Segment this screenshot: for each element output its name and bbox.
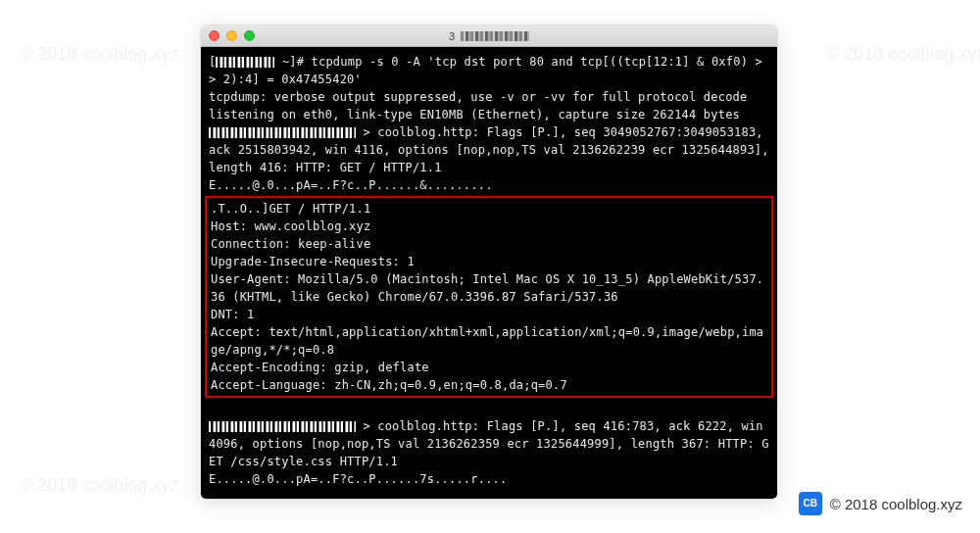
terminal-line: > coolblog.http: Flags [P.], seq 416:783… (209, 417, 769, 470)
watermark: © 2018 coolblog.xyz (20, 475, 178, 496)
http-line: Accept-Encoding: gzip, deflate (211, 359, 767, 376)
terminal-line: tcpdump: verbose output suppressed, use … (209, 88, 769, 106)
titlebar: 3 (201, 25, 777, 47)
terminal-line: [ ~]# tcpdump -s 0 -A 'tcp dst port 80 a… (209, 53, 769, 88)
terminal-line: listening on eth0, link-type EN10MB (Eth… (209, 106, 769, 123)
terminal-window: 3 [ ~]# tcpdump -s 0 -A 'tcp dst port 80… (200, 24, 778, 500)
highlighted-http-request: .T..O..]GET / HTTP/1.1 Host: www.coolblo… (205, 196, 773, 398)
terminal-line: E.....@.0...pA=..F?c..P......&......... (209, 176, 769, 194)
logo-icon: CB (799, 492, 822, 515)
http-line: User-Agent: Mozilla/5.0 (Macintosh; Inte… (211, 270, 767, 306)
obscured-text (216, 57, 274, 68)
close-icon[interactable] (209, 30, 220, 41)
minimize-icon[interactable] (226, 30, 237, 41)
terminal-line: > coolblog.http: Flags [P.], seq 3049052… (209, 123, 769, 176)
obscured-text (209, 421, 356, 432)
obscured-text (209, 127, 356, 138)
window-title: 3 (449, 30, 529, 42)
footer: CB © 2018 coolblog.xyz (799, 492, 962, 515)
title-obscured (461, 31, 529, 41)
http-line: Host: www.coolblog.xyz (211, 218, 767, 235)
http-line: Connection: keep-alive (211, 235, 767, 253)
terminal-body[interactable]: [ ~]# tcpdump -s 0 -A 'tcp dst port 80 a… (201, 47, 777, 499)
copyright-text: © 2018 coolblog.xyz (830, 496, 962, 512)
title-prefix: 3 (449, 30, 455, 42)
http-line: .T..O..]GET / HTTP/1.1 (211, 200, 767, 218)
terminal-line: E.....@.0...pA=..F?c..P......7s.....r...… (209, 470, 769, 488)
http-line: DNT: 1 (211, 306, 767, 323)
traffic-lights (209, 30, 255, 41)
http-line: Accept: text/html,application/xhtml+xml,… (211, 323, 767, 359)
http-line: Accept-Language: zh-CN,zh;q=0.9,en;q=0.8… (211, 376, 767, 394)
watermark: © 2018 coolblog.xyz (20, 44, 178, 65)
http-line: Upgrade-Insecure-Requests: 1 (211, 253, 767, 270)
terminal-line (209, 400, 769, 417)
prompt-suffix: ~]# (282, 55, 312, 69)
maximize-icon[interactable] (244, 30, 255, 41)
watermark: © 2018 coolblog.xyz (826, 44, 980, 65)
